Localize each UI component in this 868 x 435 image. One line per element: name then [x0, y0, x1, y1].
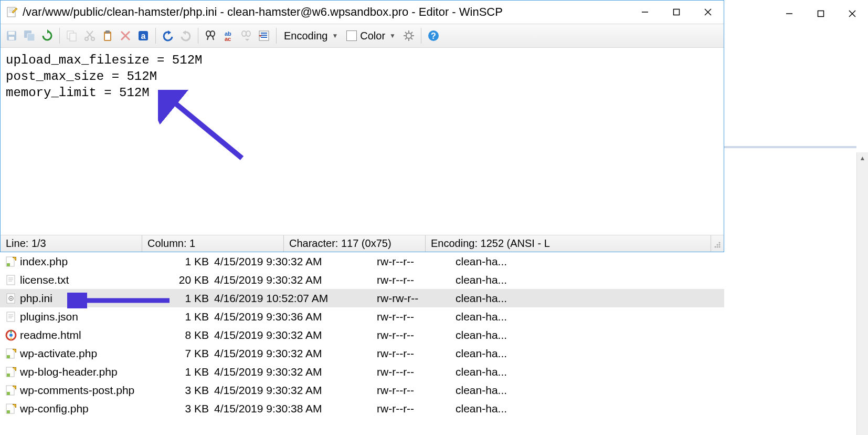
editor-close-button[interactable] [692, 2, 724, 23]
file-owner: clean-ha... [456, 274, 539, 286]
resize-grip-icon[interactable] [711, 239, 722, 249]
file-name: wp-comments-post.php [20, 384, 167, 397]
svg-rect-6 [674, 9, 680, 15]
svg-point-69 [14, 349, 16, 351]
svg-rect-65 [10, 330, 12, 333]
editor-app-icon [6, 6, 18, 18]
goto-line-button[interactable] [256, 28, 272, 44]
color-swatch-icon [346, 30, 357, 41]
find-button[interactable] [203, 28, 218, 44]
svg-line-30 [213, 36, 214, 40]
save-all-button[interactable] [22, 28, 37, 44]
svg-point-51 [717, 244, 718, 245]
svg-rect-22 [105, 34, 110, 40]
file-rights: rw-r--r-- [377, 274, 456, 286]
file-rights: rw-r--r-- [377, 366, 456, 378]
encoding-dropdown[interactable]: Encoding ▼ [281, 28, 341, 44]
svg-rect-62 [7, 312, 15, 322]
undo-button[interactable] [160, 28, 176, 44]
file-size: 1 KB [167, 366, 214, 378]
bg-minimize-button[interactable] [774, 3, 805, 24]
file-changed: 4/15/2019 9:30:32 AM [214, 384, 377, 397]
status-column: Column: 1 [142, 235, 284, 252]
file-owner: clean-ha... [456, 255, 539, 268]
svg-point-72 [14, 368, 16, 370]
dropdown-icon: ▼ [332, 32, 338, 39]
file-size: 1 KB [167, 255, 214, 268]
file-row[interactable]: wp-activate.php7 KB4/15/2019 9:30:32 AMr… [0, 344, 724, 362]
find-next-button[interactable] [238, 28, 254, 44]
svg-text:?: ? [431, 32, 436, 40]
cut-button[interactable] [82, 28, 98, 44]
editor-toolbar: a abac Encoding ▼ Color ▼ ? [1, 24, 724, 48]
file-row[interactable]: wp-blog-header.php1 KB4/15/2019 9:30:32 … [0, 362, 724, 381]
svg-text:a: a [141, 32, 146, 40]
file-name: readme.html [20, 329, 167, 341]
file-changed: 4/15/2019 9:30:38 AM [214, 402, 377, 415]
color-dropdown[interactable]: Color ▼ [343, 28, 399, 44]
help-button[interactable]: ? [426, 28, 441, 44]
file-name: wp-activate.php [20, 347, 167, 360]
file-name: index.php [20, 255, 167, 268]
editor-maximize-button[interactable] [661, 2, 692, 23]
file-size: 20 KB [167, 274, 214, 286]
file-size: 1 KB [167, 292, 214, 305]
file-row[interactable]: readme.html8 KB4/15/2019 9:30:32 AMrw-r-… [0, 326, 724, 344]
file-changed: 4/15/2019 9:30:32 AM [214, 329, 377, 341]
status-character: Character: 117 (0x75) [284, 235, 426, 252]
file-rights: rw-r--r-- [377, 329, 456, 341]
select-all-button[interactable]: a [135, 28, 151, 44]
file-row[interactable]: php.ini1 KB4/16/2019 10:52:07 AMrw-rw-r-… [0, 289, 724, 307]
redo-button[interactable] [178, 28, 194, 44]
editor-text-area[interactable]: upload_max_filesize = 512M post_max_size… [1, 48, 724, 235]
svg-point-56 [14, 257, 16, 260]
file-row[interactable]: license.txt20 KB4/15/2019 9:30:32 AMrw-r… [0, 271, 724, 289]
editor-minimize-button[interactable] [629, 2, 661, 23]
svg-rect-13 [27, 34, 35, 41]
file-row[interactable]: wp-comments-post.php3 KB4/15/2019 9:30:3… [0, 381, 724, 399]
paste-button[interactable] [100, 28, 115, 44]
save-button[interactable] [4, 28, 19, 44]
svg-rect-74 [7, 392, 10, 395]
file-row[interactable]: wp-config.php3 KB4/15/2019 9:30:38 AMrw-… [0, 399, 724, 418]
file-icon [5, 274, 17, 286]
bg-titlebar [711, 0, 868, 27]
svg-point-48 [719, 242, 721, 243]
svg-line-29 [207, 36, 208, 40]
svg-point-60 [10, 297, 12, 299]
svg-rect-10 [8, 32, 15, 35]
scroll-up-icon[interactable]: ▲ [857, 152, 868, 164]
file-icon [5, 256, 17, 267]
replace-button[interactable]: abac [220, 28, 236, 44]
delete-button[interactable] [118, 28, 133, 44]
file-changed: 4/15/2019 9:30:32 AM [214, 274, 377, 286]
svg-point-75 [14, 386, 16, 388]
status-encoding: Encoding: 1252 (ANSI - L [426, 235, 711, 252]
file-owner: clean-ha... [456, 384, 539, 397]
bg-close-button[interactable] [837, 3, 868, 24]
svg-line-42 [411, 38, 412, 39]
editor-titlebar[interactable]: /var/www/public/clean-hamster/php.ini - … [1, 1, 724, 24]
editor-line: upload_max_filesize = 512M [6, 53, 202, 67]
annotation-arrow-icon [67, 293, 172, 308]
bg-scrollbar[interactable]: ▲ [856, 152, 868, 435]
reload-button[interactable] [39, 28, 55, 44]
bg-maximize-button[interactable] [805, 3, 837, 24]
svg-rect-15 [70, 33, 76, 41]
file-row[interactable]: plugins.json1 KB4/15/2019 9:30:36 AMrw-r… [0, 307, 724, 326]
svg-point-34 [246, 31, 250, 36]
svg-rect-68 [7, 355, 10, 358]
editor-title: /var/www/public/clean-hamster/php.ini - … [23, 5, 629, 19]
copy-button[interactable] [64, 28, 80, 44]
file-owner: clean-ha... [456, 402, 539, 415]
svg-point-52 [717, 246, 718, 247]
svg-line-43 [405, 38, 407, 39]
file-name: wp-blog-header.php [20, 366, 167, 378]
file-rights: rw-r--r-- [377, 310, 456, 323]
file-row[interactable]: index.php1 KB4/15/2019 9:30:32 AMrw-r--r… [0, 252, 724, 271]
file-name: php.ini [20, 292, 167, 305]
preferences-button[interactable] [401, 28, 417, 44]
file-rights: rw-r--r-- [377, 255, 456, 268]
svg-point-53 [715, 246, 716, 247]
file-changed: 4/16/2019 10:52:07 AM [214, 292, 377, 305]
